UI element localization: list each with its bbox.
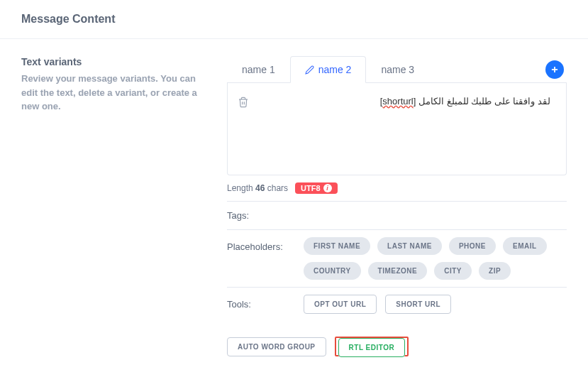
tools-label: Tools: bbox=[227, 295, 292, 310]
tools-row1: OPT OUT URL SHORT URL bbox=[304, 295, 451, 314]
info-icon: i bbox=[323, 184, 332, 192]
tab-name-2[interactable]: name 2 bbox=[290, 56, 367, 83]
length-prefix: Length bbox=[227, 183, 253, 193]
page-title: Message Content bbox=[21, 13, 567, 26]
sidebar: Text variants Review your message varian… bbox=[21, 56, 199, 364]
message-textarea[interactable]: لقد وافقنا على طلبك للمبلغ الكامل [short… bbox=[250, 93, 556, 165]
delete-button[interactable] bbox=[238, 96, 250, 109]
add-variant-button[interactable] bbox=[545, 60, 564, 79]
length-label: Length 46 chars bbox=[227, 183, 288, 193]
encoding-text: UTF8 bbox=[301, 184, 321, 192]
tab-name-1[interactable]: name 1 bbox=[227, 56, 290, 82]
placeholder-last-name[interactable]: LAST NAME bbox=[377, 237, 442, 255]
plus-icon bbox=[550, 65, 560, 75]
length-value: 46 bbox=[255, 183, 265, 193]
tab-label: name 1 bbox=[242, 64, 275, 75]
placeholder-country[interactable]: COUNTRY bbox=[304, 262, 361, 280]
tool-opt-out-url[interactable]: OPT OUT URL bbox=[304, 295, 377, 314]
tool-short-url[interactable]: SHORT URL bbox=[385, 295, 451, 314]
placeholder-first-name[interactable]: FIRST NAME bbox=[304, 237, 370, 255]
placeholder-zip[interactable]: ZIP bbox=[479, 262, 511, 280]
length-suffix: chars bbox=[267, 183, 288, 193]
tags-section: Tags: bbox=[227, 201, 567, 229]
placeholders-label: Placeholders: bbox=[227, 237, 292, 252]
tools-row2: AUTO WORD GROUP RTL EDITOR bbox=[227, 337, 409, 356]
length-meta: Length 46 chars UTF8 i bbox=[227, 175, 567, 201]
trash-icon bbox=[238, 96, 249, 109]
tags-label: Tags: bbox=[227, 210, 292, 221]
editor-area: لقد وافقنا على طلبك للمبلغ الكامل [short… bbox=[227, 83, 567, 175]
rtl-editor-highlight: RTL EDITOR bbox=[335, 337, 409, 356]
page-header: Message Content bbox=[0, 0, 588, 39]
text-underlined: shorturl bbox=[382, 96, 413, 107]
tool-rtl-editor[interactable]: RTL EDITOR bbox=[338, 338, 406, 357]
sidebar-desc: Review your message variants. You can ed… bbox=[21, 72, 199, 114]
encoding-badge[interactable]: UTF8 i bbox=[295, 182, 338, 194]
placeholder-city[interactable]: CITY bbox=[434, 262, 472, 280]
variant-tabs: name 1 name 2 name 3 bbox=[227, 56, 567, 83]
tab-label: name 3 bbox=[381, 64, 414, 75]
page-body: Text variants Review your message varian… bbox=[0, 39, 588, 381]
pencil-icon bbox=[305, 65, 314, 75]
sidebar-title: Text variants bbox=[21, 56, 199, 67]
main-content: name 1 name 2 name 3 لقد وافقنا على طلبك… bbox=[227, 56, 567, 364]
placeholder-timezone[interactable]: TIMEZONE bbox=[368, 262, 428, 280]
tab-name-3[interactable]: name 3 bbox=[366, 56, 429, 82]
placeholders-section: Placeholders: FIRST NAME LAST NAME PHONE… bbox=[227, 229, 567, 287]
tab-label: name 2 bbox=[318, 64, 352, 75]
placeholder-pills: FIRST NAME LAST NAME PHONE EMAIL COUNTRY… bbox=[304, 237, 567, 280]
tools-section: Tools: OPT OUT URL SHORT URL AUTO WORD G… bbox=[227, 287, 567, 364]
tool-auto-word-group[interactable]: AUTO WORD GROUP bbox=[227, 337, 326, 356]
placeholder-phone[interactable]: PHONE bbox=[449, 237, 496, 255]
placeholder-email[interactable]: EMAIL bbox=[503, 237, 547, 255]
text-part: لقد وافقنا على طلبك للمبلغ الكامل [ bbox=[414, 96, 550, 107]
